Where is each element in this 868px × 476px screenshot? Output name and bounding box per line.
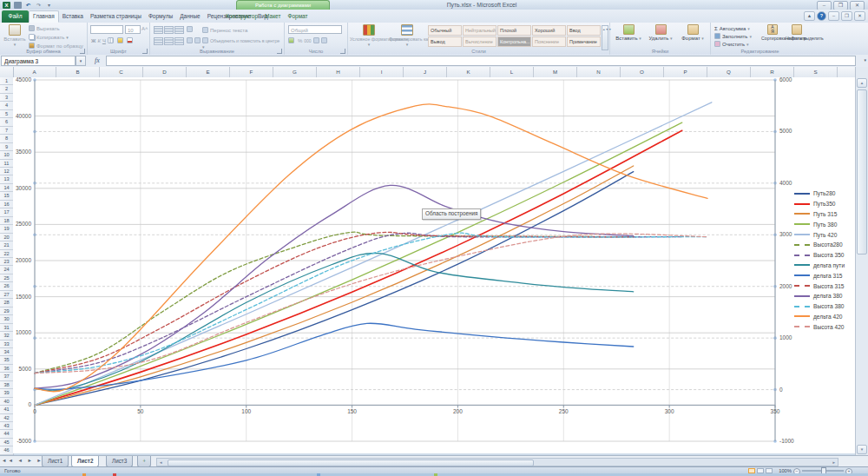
- tab-file[interactable]: Файл: [2, 10, 29, 23]
- row-header-33[interactable]: 33: [0, 340, 13, 348]
- row-header-23[interactable]: 23: [0, 258, 13, 266]
- row-header-7[interactable]: 7: [0, 127, 13, 135]
- number-dialog-launcher[interactable]: [340, 49, 345, 54]
- tab-Данные[interactable]: Данные: [176, 10, 203, 23]
- align-middle-icon[interactable]: [164, 26, 174, 34]
- row-header-38[interactable]: 38: [0, 381, 13, 389]
- vertical-scroll-thumb[interactable]: [857, 89, 867, 255]
- paste-button[interactable]: Вставить ▾: [3, 24, 26, 47]
- row-header-26[interactable]: 26: [0, 282, 13, 290]
- clear-button[interactable]: Очистить: [722, 42, 745, 47]
- align-top-icon[interactable]: [154, 26, 163, 34]
- tab-Конструктор[interactable]: Конструктор: [222, 10, 261, 23]
- font-name-combo[interactable]: [90, 25, 123, 34]
- font-size-combo[interactable]: 10: [125, 25, 141, 34]
- legend-item-дельта 315[interactable]: дельта 315: [794, 270, 843, 281]
- row-header-10[interactable]: 10: [0, 151, 13, 159]
- legend-item-Высота 420[interactable]: Высота 420: [794, 321, 844, 332]
- column-header-C[interactable]: C: [100, 67, 143, 77]
- cell-style-Обычный[interactable]: Обычный: [428, 25, 462, 36]
- find-select-button[interactable]: Найти и выделить: [786, 24, 808, 41]
- row-header-40[interactable]: 40: [0, 398, 13, 406]
- row-header-6[interactable]: 6: [0, 118, 13, 126]
- row-header-22[interactable]: 22: [0, 250, 13, 258]
- legend-item-дельта 380[interactable]: дельта 380: [794, 291, 843, 301]
- row-header-4[interactable]: 4: [0, 102, 13, 109]
- row-header-9[interactable]: 9: [0, 143, 13, 151]
- legend-item-Высота 350[interactable]: Высота 350: [794, 250, 844, 261]
- column-header-A[interactable]: A: [13, 67, 56, 77]
- row-header-35[interactable]: 35: [0, 356, 13, 364]
- align-center-icon[interactable]: [164, 37, 174, 45]
- cut-button[interactable]: Вырезать: [36, 26, 60, 31]
- decrease-decimal-icon[interactable]: [321, 37, 327, 43]
- merge-center-button[interactable]: Объединить и поместить в центре: [210, 38, 279, 43]
- row-header-21[interactable]: 21: [0, 241, 13, 249]
- save-icon[interactable]: [14, 2, 22, 9]
- borders-icon[interactable]: [108, 37, 114, 43]
- font-color-icon[interactable]: [127, 37, 133, 43]
- font-dialog-launcher[interactable]: [142, 49, 148, 54]
- number-format-combo[interactable]: Общий: [288, 25, 342, 34]
- legend-item-Путь 420[interactable]: Путь 420: [794, 229, 837, 240]
- vertical-scrollbar[interactable]: ▲ ▼: [855, 67, 868, 455]
- formula-input[interactable]: [106, 56, 856, 66]
- legend-item-Путь350[interactable]: Путь350: [794, 199, 836, 209]
- scroll-up-icon[interactable]: ▲: [857, 78, 867, 88]
- legend-item-дельта 420[interactable]: дельта 420: [794, 312, 843, 322]
- sheet-tab-Лист2[interactable]: Лист2: [71, 456, 99, 467]
- scroll-right-icon[interactable]: ►: [832, 459, 836, 466]
- column-header-N[interactable]: N: [577, 67, 621, 77]
- row-header-30[interactable]: 30: [0, 315, 13, 323]
- horizontal-scroll-thumb[interactable]: [168, 459, 534, 466]
- underline-button[interactable]: Ч: [102, 38, 106, 43]
- row-header-12[interactable]: 12: [0, 168, 13, 175]
- row-header-43[interactable]: 43: [0, 422, 13, 430]
- cell-style-Вычисление[interactable]: Вычисление: [463, 36, 496, 47]
- fill-color-icon[interactable]: [117, 37, 123, 43]
- column-header-S[interactable]: S: [794, 67, 838, 77]
- row-header-14[interactable]: 14: [0, 184, 13, 192]
- align-bottom-icon[interactable]: [174, 26, 184, 34]
- undo-icon[interactable]: ↶: [24, 2, 32, 9]
- clipboard-dialog-launcher[interactable]: [80, 49, 85, 54]
- styles-gallery-scroll[interactable]: ▲▼▼: [602, 25, 608, 50]
- cell-style-Примечание[interactable]: Примечание: [567, 36, 601, 47]
- name-box-dropdown-icon[interactable]: ▾: [76, 56, 86, 66]
- copy-button[interactable]: Копировать: [36, 35, 64, 40]
- chart-object[interactable]: 4500040000350003000025000200001500010000…: [13, 77, 856, 453]
- align-right-icon[interactable]: [174, 37, 184, 45]
- row-header-34[interactable]: 34: [0, 348, 13, 356]
- excel-app-icon[interactable]: X: [3, 2, 10, 9]
- row-header-32[interactable]: 32: [0, 332, 13, 340]
- row-header-29[interactable]: 29: [0, 307, 13, 315]
- tab-Разметка страницы[interactable]: Разметка страницы: [87, 10, 145, 23]
- cell-style-Хороший[interactable]: Хороший: [532, 25, 566, 36]
- bold-button[interactable]: Ж: [91, 38, 95, 43]
- row-header-8[interactable]: 8: [0, 135, 13, 142]
- wrap-text-button[interactable]: Перенос текста: [210, 28, 247, 33]
- row-header-17[interactable]: 17: [0, 208, 13, 216]
- legend-item-Высота 315[interactable]: Высота 315: [794, 281, 844, 291]
- format-cells-button[interactable]: Формат ▾: [678, 24, 707, 41]
- column-header-D[interactable]: D: [143, 67, 187, 77]
- row-header-31[interactable]: 31: [0, 324, 13, 332]
- workbook-close-button[interactable]: ✕: [854, 11, 865, 21]
- fill-button[interactable]: Заполнить: [722, 34, 747, 39]
- conditional-formatting-button[interactable]: Условное форматирование ▾: [350, 24, 388, 47]
- cell-style-Нейтральный[interactable]: Нейтральный: [463, 25, 496, 36]
- delete-cells-button[interactable]: Удалить ▾: [646, 24, 675, 41]
- comma-style-button[interactable]: 000: [304, 38, 311, 43]
- row-header-3[interactable]: 3: [0, 94, 13, 102]
- orientation-icon[interactable]: [187, 26, 193, 32]
- horizontal-scrollbar[interactable]: ◄ ►: [156, 458, 838, 466]
- italic-button[interactable]: К: [97, 38, 101, 43]
- row-header-36[interactable]: 36: [0, 365, 13, 373]
- legend-item-Высота280[interactable]: Высота280: [794, 240, 843, 250]
- column-header-M[interactable]: M: [534, 67, 577, 77]
- percent-style-button[interactable]: %: [298, 38, 302, 43]
- column-header-O[interactable]: O: [621, 67, 664, 77]
- legend-item-дельта пути[interactable]: дельта пути: [794, 261, 845, 271]
- insert-function-icon[interactable]: fx: [90, 56, 104, 66]
- autosum-button[interactable]: Автосумма: [720, 26, 746, 31]
